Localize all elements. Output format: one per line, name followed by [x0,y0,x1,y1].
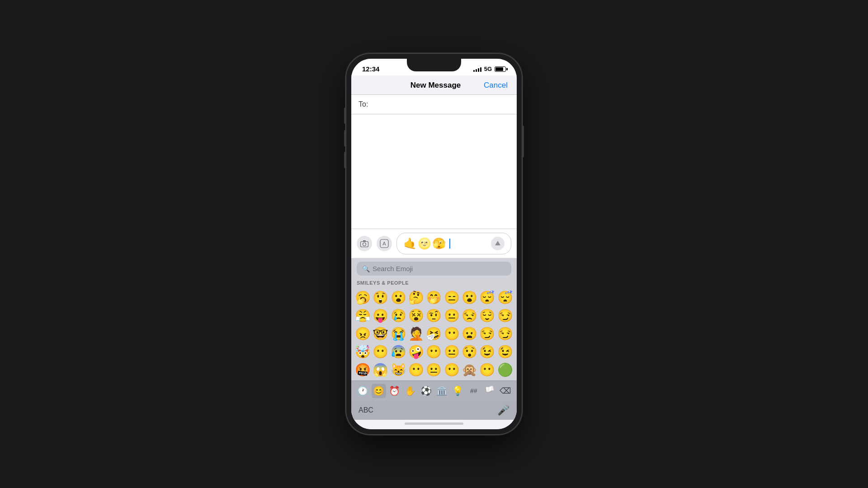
delete-key[interactable]: ⌫ [498,384,513,398]
flags-category[interactable]: 🏳️ [482,384,497,398]
emoji-item[interactable]: 😯 [461,343,478,361]
message-body[interactable] [351,114,517,229]
emoji-3: 🫣 [432,237,446,250]
volume-up-button[interactable] [344,130,346,146]
emoji-item[interactable]: 🥱 [354,288,372,306]
emoji-item[interactable]: 😶 [443,361,461,379]
emoji-item[interactable]: 🟢 [496,361,514,379]
emoji-item[interactable]: 😤 [354,306,372,324]
emoji-item[interactable]: 😶 [372,343,389,361]
camera-button[interactable] [357,236,372,251]
emoji-item[interactable]: 😭 [390,324,407,343]
emoji-item[interactable]: 😐 [425,361,443,379]
emoji-item[interactable]: 😉 [478,343,496,361]
emoji-search-field[interactable]: 🔍 Search Emoji [357,262,511,276]
emoji-item[interactable]: 😐 [443,306,461,324]
svg-text:##: ## [470,387,477,394]
status-right: 5G [473,66,506,72]
emoji-item[interactable]: 😛 [372,306,389,324]
emoji-item[interactable]: 🤨 [425,306,443,324]
emoji-item[interactable]: 😸 [390,361,407,379]
emoji-item[interactable]: 😲 [372,288,389,306]
emoji-item[interactable]: 😦 [461,324,478,343]
emoji-section-label: SMILEYS & PEOPLE [351,278,517,286]
navigation-bar: New Message Cancel [351,75,517,95]
emoji-item[interactable]: 😱 [372,361,389,379]
clock-category[interactable]: ⏰ [387,384,402,398]
to-label: To: [359,100,368,108]
emoji-item[interactable]: 😉 [496,343,514,361]
emoji-keyboard: 🔍 Search Emoji SMILEYS & PEOPLE 🥱 😲 😮 🤔 … [351,258,517,420]
emoji-grid: 🥱 😲 😮 🤔 🤭 😑 😮 😴 😴 😤 😛 😢 😵 🤨 😐 😒 😌 😏 [351,286,517,380]
emoji-search-area: 🔍 Search Emoji [351,258,517,278]
sports-category[interactable]: ⚽ [419,384,434,398]
emoji-item[interactable]: 😴 [478,288,496,306]
building-category[interactable]: 🏛️ [435,384,449,398]
emoji-item[interactable]: 🙊 [461,361,478,379]
emoji-search-placeholder: Search Emoji [373,265,413,272]
to-input[interactable] [372,100,509,108]
emoji-item[interactable]: 😵 [407,306,425,324]
status-time: 12:34 [362,65,379,73]
emoji-item[interactable]: 😢 [390,306,407,324]
phone-screen: 12:34 5G New Message Cancel [351,59,517,429]
bulb-category[interactable]: 💡 [451,384,465,398]
signal-bar-3 [478,68,479,72]
recent-category[interactable]: 🕐 [356,384,370,398]
appstore-button[interactable]: A [377,236,392,251]
hand-category[interactable]: ✋ [403,384,418,398]
input-toolbar: A 🤙 🌝 🫣 [351,229,517,258]
emoji-item[interactable]: 😶 [425,343,443,361]
emoji-item[interactable]: 😑 [443,288,461,306]
smileys-category[interactable]: 😊 [372,384,386,398]
home-indicator [351,420,517,429]
emoji-item[interactable]: 😏 [496,324,514,343]
svg-text:A: A [382,241,386,246]
symbols-category[interactable]: ## [467,384,481,398]
emoji-item[interactable]: 😶 [443,324,461,343]
text-cursor [449,239,450,249]
emoji-item[interactable]: 🤪 [407,343,425,361]
emoji-item[interactable]: 😒 [461,306,478,324]
nav-title: New Message [410,81,461,90]
emoji-item[interactable]: 😮 [390,288,407,306]
send-arrow-icon [495,241,500,245]
microphone-icon[interactable]: 🎤 [497,404,509,416]
emoji-item[interactable]: 🤧 [425,324,443,343]
message-input-box[interactable]: 🤙 🌝 🫣 [396,233,511,254]
to-field: To: [351,95,517,114]
emoji-item[interactable]: 😏 [496,306,514,324]
signal-bar-2 [476,69,477,72]
emoji-item[interactable]: 😶 [407,361,425,379]
notch [407,59,461,71]
cancel-button[interactable]: Cancel [484,81,508,90]
svg-point-1 [363,243,366,246]
status-bar: 12:34 5G [351,59,517,75]
battery-fill [495,67,503,71]
emoji-item[interactable]: 😮 [461,288,478,306]
message-emojis: 🤙 🌝 🫣 [403,237,446,250]
home-bar [405,422,463,425]
send-button[interactable] [491,237,505,250]
emoji-item[interactable]: 🤓 [372,324,389,343]
emoji-item[interactable]: 😰 [390,343,407,361]
battery-indicator [495,66,506,72]
emoji-item[interactable]: 😠 [354,324,372,343]
emoji-category-bar: 🕐 😊 ⏰ ✋ ⚽ 🏛️ 💡 ## 🏳️ ⌫ [351,380,517,401]
emoji-item[interactable]: 😴 [496,288,514,306]
signal-bar-4 [480,67,481,72]
emoji-item[interactable]: 😌 [478,306,496,324]
emoji-item[interactable]: 🤬 [354,361,372,379]
abc-label[interactable]: ABC [359,406,373,414]
emoji-item[interactable]: 😏 [478,324,496,343]
emoji-item[interactable]: 🤯 [354,343,372,361]
svg-rect-0 [361,242,368,247]
emoji-item[interactable]: 😶 [478,361,496,379]
emoji-item[interactable]: 😐 [443,343,461,361]
emoji-item[interactable]: 🤦 [407,324,425,343]
abc-bar: ABC 🎤 [351,401,517,420]
emoji-item[interactable]: 🤭 [425,288,443,306]
emoji-item[interactable]: 🤔 [407,288,425,306]
emoji-1: 🤙 [403,237,417,250]
volume-down-button[interactable] [344,152,346,168]
